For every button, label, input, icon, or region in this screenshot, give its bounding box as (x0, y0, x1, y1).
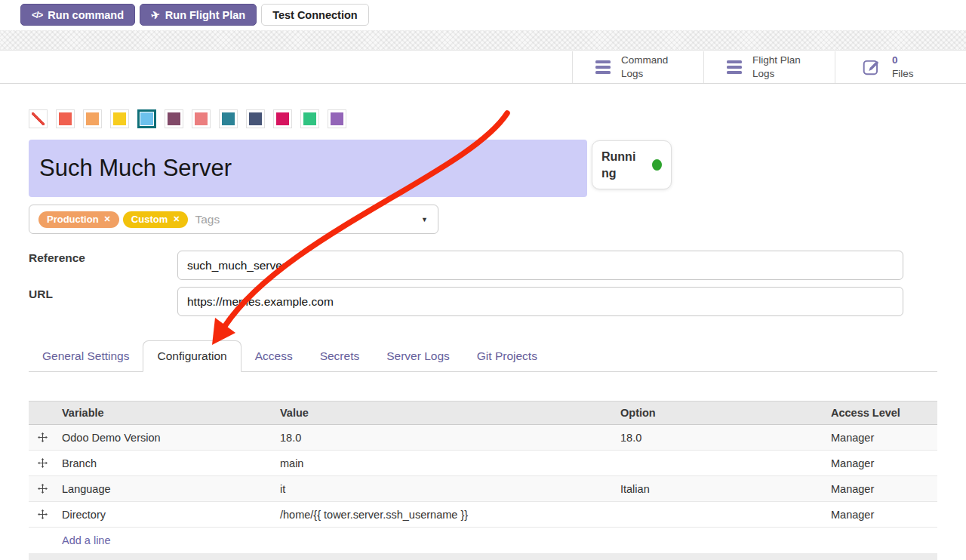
cell-value[interactable]: it (274, 483, 614, 495)
swatch-salmon[interactable] (192, 109, 211, 128)
edit-file-icon (862, 57, 881, 77)
url-label: URL (29, 288, 53, 301)
tags-placeholder: Tags (195, 213, 220, 226)
stat-button-box: Command Logs Flight Plan Logs (572, 51, 966, 83)
server-name-value: Such Much Server (39, 155, 232, 182)
add-line-row: Add a line (29, 528, 937, 553)
table-row[interactable]: Odoo Demo Version 18.0 18.0 Manager (29, 425, 937, 451)
column-access-level: Access Level (825, 407, 937, 419)
cell-option[interactable]: Italian (614, 483, 825, 495)
action-toolbar: </> Run command ✈ Run Flight Plan Test C… (20, 4, 369, 26)
cell-variable[interactable]: Odoo Demo Version (56, 432, 274, 444)
drag-handle-icon[interactable] (29, 458, 56, 468)
run-flight-plan-label: Run Flight Plan (165, 9, 245, 21)
run-command-label: Run command (48, 9, 124, 21)
cell-access[interactable]: Manager (825, 509, 937, 521)
variables-table: Variable Value Option Access Level Odoo … (29, 401, 937, 560)
status-label: Running (601, 149, 641, 181)
tab-secrets[interactable]: Secrets (306, 340, 374, 371)
tab-general-settings[interactable]: General Settings (29, 340, 143, 371)
files-label: 0 Files (892, 54, 914, 80)
tag-custom: Custom ✕ (123, 211, 189, 228)
notebook-tabs: General Settings Configuration Access Se… (29, 340, 937, 372)
test-connection-button[interactable]: Test Connection (261, 4, 369, 26)
cell-value[interactable]: 18.0 (274, 432, 614, 444)
tab-configuration[interactable]: Configuration (143, 340, 241, 372)
color-picker (29, 109, 346, 128)
server-name-input[interactable]: Such Much Server (29, 140, 587, 197)
cell-value[interactable]: /home/{{ tower.server.ssh_username }} (274, 509, 614, 521)
code-icon: </> (32, 10, 42, 20)
tag-production-remove-icon[interactable]: ✕ (104, 214, 111, 224)
flight-plan-logs-label: Flight Plan Logs (752, 54, 801, 80)
reference-input[interactable] (177, 251, 903, 280)
command-logs-button[interactable]: Command Logs (572, 51, 703, 83)
tags-field[interactable]: Production ✕ Custom ✕ Tags ▼ (29, 205, 438, 234)
swatch-light-blue-selected[interactable] (137, 109, 156, 128)
cell-variable[interactable]: Branch (56, 457, 274, 469)
swatch-orange[interactable] (83, 109, 102, 128)
column-option: Option (614, 407, 825, 419)
swatch-fuchsia[interactable] (273, 109, 292, 128)
drag-handle-icon[interactable] (29, 484, 56, 494)
cell-variable[interactable]: Directory (56, 509, 274, 521)
chevron-down-icon[interactable]: ▼ (421, 216, 428, 223)
swatch-green[interactable] (300, 109, 319, 128)
tag-custom-label: Custom (131, 214, 168, 225)
table-row[interactable]: Language it Italian Manager (29, 476, 937, 502)
tab-git-projects[interactable]: Git Projects (463, 340, 551, 371)
plane-icon: ✈ (150, 8, 162, 21)
files-button[interactable]: 0 Files (835, 51, 966, 83)
cell-access[interactable]: Manager (825, 432, 937, 444)
cell-access[interactable]: Manager (825, 483, 937, 495)
swatch-purple[interactable] (328, 109, 346, 128)
status-badge: Running (592, 140, 672, 189)
cell-value[interactable]: main (274, 457, 614, 469)
breadcrumb-strip (0, 30, 966, 51)
table-row[interactable]: Directory /home/{{ tower.server.ssh_user… (29, 502, 937, 528)
swatch-no-color[interactable] (29, 109, 48, 128)
swatch-dark-purple[interactable] (165, 109, 183, 128)
table-row[interactable]: Branch main Manager (29, 451, 937, 476)
reference-label: Reference (29, 251, 85, 265)
drag-handle-icon[interactable] (29, 432, 56, 442)
test-connection-label: Test Connection (272, 9, 358, 21)
table-footer-strip (29, 553, 937, 560)
url-input[interactable] (177, 287, 903, 316)
list-icon (727, 60, 742, 74)
form-header: Command Logs Flight Plan Logs (0, 51, 966, 84)
swatch-teal[interactable] (219, 109, 238, 128)
add-a-line-link[interactable]: Add a line (56, 534, 937, 546)
table-header-row: Variable Value Option Access Level (29, 401, 937, 425)
column-variable: Variable (56, 407, 274, 419)
run-command-button[interactable]: </> Run command (20, 4, 135, 26)
tag-production: Production ✕ (38, 211, 119, 228)
tab-access[interactable]: Access (242, 340, 306, 371)
swatch-red[interactable] (56, 109, 75, 128)
tab-server-logs[interactable]: Server Logs (373, 340, 463, 371)
flight-plan-logs-button[interactable]: Flight Plan Logs (703, 51, 835, 83)
tag-production-label: Production (47, 214, 99, 225)
cell-access[interactable]: Manager (825, 457, 937, 469)
run-flight-plan-button[interactable]: ✈ Run Flight Plan (140, 4, 257, 26)
cell-option[interactable]: 18.0 (614, 432, 825, 444)
status-dot (652, 159, 662, 171)
cell-variable[interactable]: Language (56, 483, 274, 495)
drag-handle-icon[interactable] (29, 509, 56, 519)
swatch-yellow[interactable] (110, 109, 129, 128)
swatch-dark-blue[interactable] (246, 109, 265, 128)
tag-custom-remove-icon[interactable]: ✕ (173, 214, 180, 224)
page: </> Run command ✈ Run Flight Plan Test C… (0, 0, 966, 560)
list-icon (595, 60, 611, 74)
column-value: Value (274, 407, 614, 419)
command-logs-label: Command Logs (621, 54, 668, 80)
